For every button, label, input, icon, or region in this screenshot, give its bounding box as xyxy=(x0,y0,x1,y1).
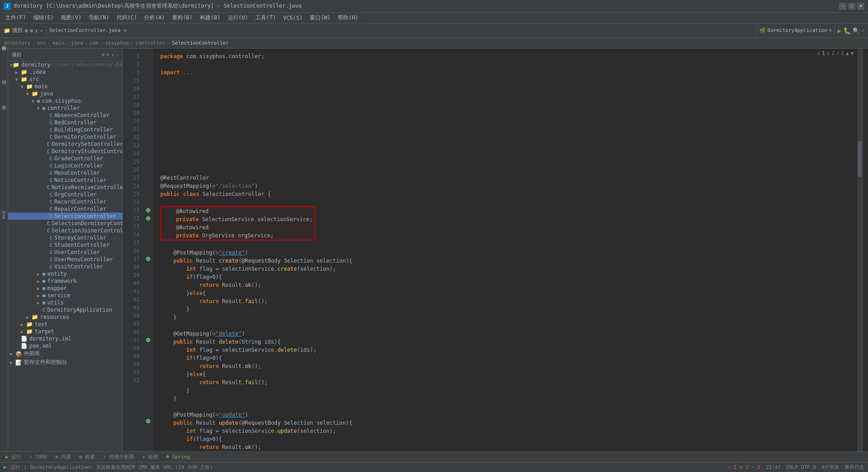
sidebar-sort-icon[interactable]: ↕ xyxy=(111,52,114,58)
tree-item-bed[interactable]: ▶ C BedController xyxy=(8,119,122,126)
status-notifications[interactable]: 事件日志 xyxy=(845,464,864,471)
breadcrumb-sisyphus[interactable]: sisyphus xyxy=(105,40,129,46)
toolbar-icon2[interactable]: ≡ xyxy=(30,27,33,34)
app-dropdown-icon[interactable]: ▼ xyxy=(829,28,832,33)
tree-item-record[interactable]: ▶ C RecordController xyxy=(8,198,122,205)
tree-item-java[interactable]: ▼ 📁 java xyxy=(8,90,122,97)
tree-item-framework[interactable]: ▶ ● framework xyxy=(8,277,122,285)
gutter-icon-36[interactable] xyxy=(146,338,150,342)
fix-tab[interactable]: ✦ 处理 xyxy=(139,453,162,461)
run-tab[interactable]: ▶ ▶ 运行运行 xyxy=(2,453,25,461)
tree-item-dormitory-ctrl[interactable]: ▶ C DormitoryController xyxy=(8,133,122,141)
breadcrumb-java[interactable]: java xyxy=(71,40,83,46)
tree-item-dormitoryiml[interactable]: ▶ 📄 dormitory.iml xyxy=(8,335,122,342)
sidebar-collapse-icon[interactable]: — xyxy=(116,52,119,58)
menu-vcs[interactable]: VCS(S) xyxy=(280,14,306,22)
tree-item-selectiondorm[interactable]: ▶ C SelectionDormitoryContro... xyxy=(8,220,122,227)
tree-item-test[interactable]: ▶ 📁 test xyxy=(8,321,122,328)
menu-code[interactable]: 代码(C) xyxy=(113,13,141,23)
gutter-46[interactable] xyxy=(143,417,153,425)
tree-item-selection[interactable]: ▶ C SelectionController xyxy=(8,213,122,220)
app-name-label[interactable]: DormitoryApplication xyxy=(768,27,827,33)
tree-item-dormitory[interactable]: ▼ 📁 dormitory C:\Users\admin\Desktop\高校学… xyxy=(8,61,122,68)
tree-item-building[interactable]: ▶ C BuildingController xyxy=(8,126,122,133)
menu-run[interactable]: 运行(U) xyxy=(224,13,252,23)
gutter-21[interactable] xyxy=(143,214,153,222)
breadcrumb-dormitory[interactable]: dormitory xyxy=(4,40,31,46)
menu-view[interactable]: 视图(V) xyxy=(57,13,85,23)
tree-item-entity[interactable]: ▶ ● entity xyxy=(8,270,122,277)
window-controls[interactable]: ─ □ ✕ xyxy=(839,3,864,10)
tree-item-src[interactable]: ▼ 📁 src xyxy=(8,76,122,83)
close-button[interactable]: ✕ xyxy=(857,3,864,10)
tree-item-storey[interactable]: ▶ C StoreyController xyxy=(8,234,122,241)
find-tab[interactable]: ⊞ 检索 xyxy=(76,453,99,461)
gutter-36[interactable] xyxy=(143,336,153,344)
perf-tab[interactable]: ⚡ 性能分析器 xyxy=(100,453,138,461)
tab-file[interactable]: SelectionController.java × xyxy=(49,27,754,33)
tree-item-login[interactable]: ▶ C LoginController xyxy=(8,162,122,169)
scrollbar-right[interactable] xyxy=(857,49,863,451)
menu-window[interactable]: 窗口(W) xyxy=(306,13,334,23)
tree-item-scratch[interactable]: ▶ 📝 暂存文件和控制台 xyxy=(8,358,122,367)
breadcrumb-com[interactable]: com xyxy=(90,40,99,46)
menu-analyze[interactable]: 分析(A) xyxy=(140,13,168,23)
tree-item-grade[interactable]: ▶ C GradeController xyxy=(8,155,122,162)
toolbar-icon1[interactable]: ⚙ xyxy=(25,27,28,34)
tree-item-main[interactable]: ▼ 📁 main xyxy=(8,83,122,90)
tree-item-visit[interactable]: ▶ C VisitController xyxy=(8,263,122,270)
tree-item-mapper[interactable]: ▶ ● mapper xyxy=(8,285,122,292)
menu-help[interactable]: 帮助(H) xyxy=(334,13,362,23)
menu-file[interactable]: 文件(F) xyxy=(2,13,30,23)
code-editor[interactable]: ⚠ 1 ✕ 2 ✓ 1 ▲ ▼ 1 2 3 xyxy=(123,49,863,451)
menu-tools[interactable]: 工具(T) xyxy=(252,13,280,23)
tree-item-service[interactable]: ▶ ● service xyxy=(8,292,122,299)
tree-item-external[interactable]: ▶ 📦 外部库 xyxy=(8,349,122,358)
gutter-icon-20[interactable] xyxy=(146,208,150,213)
problems-tab[interactable]: ⊗ 问题 xyxy=(52,453,75,461)
tree-item-dormitorystudent[interactable]: ▶ C DormitoryStudentControll... xyxy=(8,148,122,155)
minimize-button[interactable]: ─ xyxy=(839,3,846,10)
sidebar-layout-icon[interactable]: ≡ xyxy=(106,52,109,58)
maximize-button[interactable]: □ xyxy=(848,3,855,10)
left-tab-bookmark[interactable]: 书签 xyxy=(0,112,8,115)
search-icon[interactable]: 🔍 xyxy=(853,27,859,34)
tree-item-resources[interactable]: ▶ 📁 resources xyxy=(8,313,122,321)
checkmark-icon[interactable]: ✓ xyxy=(861,27,864,34)
tree-item-target[interactable]: ▶ 📁 target xyxy=(8,328,122,335)
debug-button[interactable]: 🐛 xyxy=(843,27,851,34)
left-tab-web[interactable]: Web xyxy=(0,209,7,221)
gutter-icon-46[interactable] xyxy=(146,419,150,423)
run-button[interactable]: ▶ xyxy=(837,27,841,34)
tree-item-controller[interactable]: ▼ ● controller xyxy=(8,104,122,112)
tree-item-repair[interactable]: ▶ C RepairController xyxy=(8,205,122,213)
tree-item-usermenu[interactable]: ▶ C UserMenuController xyxy=(8,256,122,263)
gutter-icon-26[interactable] xyxy=(146,257,150,261)
tree-item-noticereceive[interactable]: ▶ C NoticeReceiveController xyxy=(8,184,122,191)
menu-refactor[interactable]: 重构(B) xyxy=(168,13,196,23)
tree-item-com-sisyphus[interactable]: ▼ ● com.sisyphus xyxy=(8,97,122,104)
breadcrumb-main[interactable]: main xyxy=(53,40,65,46)
code-content[interactable]: package com.sisyphus.controller; import … xyxy=(153,49,857,451)
tree-item-pomxml[interactable]: ▶ 📄 pom.xml xyxy=(8,342,122,349)
menu-build[interactable]: 构建(B) xyxy=(196,13,224,23)
tree-item-notice[interactable]: ▶ C NoticeController xyxy=(8,177,122,184)
tree-item-selectionjoiner[interactable]: ▶ C SelectionJoinerController xyxy=(8,227,122,234)
toolbar-icon4[interactable]: — xyxy=(40,27,43,34)
sidebar-gear-icon[interactable]: ⚙ xyxy=(102,52,105,58)
menu-navigate[interactable]: 导航(N) xyxy=(85,13,113,23)
breadcrumb-controller[interactable]: controller xyxy=(136,40,165,46)
left-tab-project[interactable]: 项目 xyxy=(0,52,8,56)
nav-up-icon[interactable]: ▲ xyxy=(846,50,849,56)
tree-item-dormitoryapp[interactable]: ▶ C DormitoryApplication xyxy=(8,306,122,313)
left-tab-structure[interactable]: 结构 xyxy=(0,86,8,90)
tree-item-absence[interactable]: ▶ C AbsenceController xyxy=(8,112,122,119)
gutter-20[interactable] xyxy=(143,206,153,214)
tree-item-org[interactable]: ▶ C OrgController xyxy=(8,191,122,198)
menu-edit[interactable]: 编辑(E) xyxy=(30,13,58,23)
nav-down-icon[interactable]: ▼ xyxy=(850,50,854,56)
spring-tab[interactable]: ♣ Spring xyxy=(163,453,194,461)
gutter-26[interactable] xyxy=(143,255,153,263)
tree-item-student[interactable]: ▶ C StudentController xyxy=(8,241,122,249)
todo-tab[interactable]: ✓ TODO xyxy=(26,453,51,461)
